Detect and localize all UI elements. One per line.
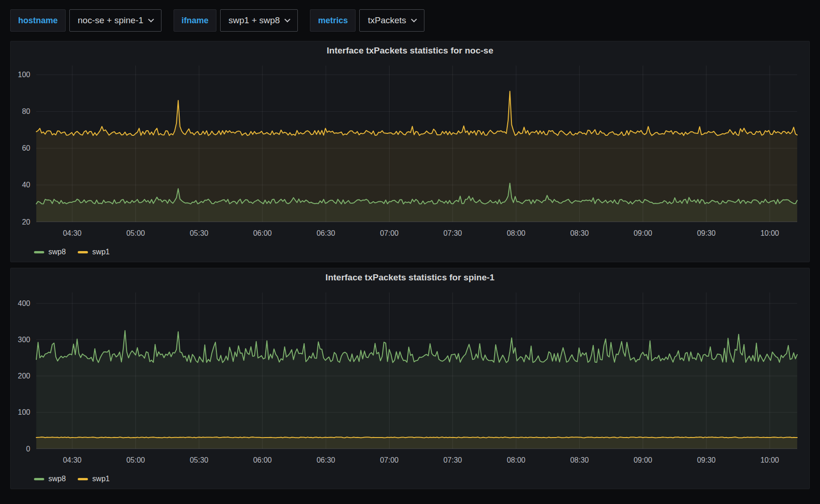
y-axis-tick-label: 300 — [18, 336, 30, 344]
series-line — [36, 91, 797, 135]
grafana-dashboard: hostname noc-se + spine-1 ifname swp1 + … — [0, 0, 820, 504]
legend-label: swp8 — [48, 248, 66, 256]
series-line — [36, 437, 797, 438]
hostname-variable-dropdown[interactable]: noc-se + spine-1 — [69, 9, 161, 32]
timeseries-chart-noc-se[interactable]: 2040608010004:3005:0005:3006:0006:3007:0… — [11, 60, 809, 247]
x-axis-tick-label: 10:00 — [760, 229, 779, 237]
y-axis-tick-label: 60 — [22, 144, 30, 152]
x-axis-tick-label: 08:30 — [570, 229, 589, 237]
series-color-swatch — [78, 478, 88, 480]
x-axis-tick-label: 07:00 — [380, 229, 398, 237]
variable-bar: hostname noc-se + spine-1 ifname swp1 + … — [10, 9, 810, 32]
x-axis-tick-label: 05:30 — [190, 229, 208, 237]
x-axis-tick-label: 08:30 — [570, 456, 589, 464]
ifname-variable-value: swp1 + swp8 — [229, 15, 280, 26]
variable-ifname: ifname swp1 + swp8 — [174, 9, 298, 32]
hostname-variable-value: noc-se + spine-1 — [78, 15, 143, 26]
y-axis-tick-label: 100 — [18, 408, 30, 416]
ifname-variable-label: ifname — [174, 9, 216, 32]
y-axis-tick-label: 100 — [18, 71, 30, 79]
x-axis-tick-label: 07:30 — [444, 456, 462, 464]
y-axis-tick-label: 0 — [26, 445, 30, 453]
x-axis-tick-label: 09:30 — [697, 229, 716, 237]
y-axis-tick-label: 80 — [22, 107, 30, 115]
timeseries-chart-spine-1[interactable]: 010020030040004:3005:0005:3006:0006:3007… — [11, 287, 809, 474]
panel-header: Interface txPackets statistics for noc-s… — [11, 41, 809, 60]
x-axis-tick-label: 04:30 — [63, 456, 81, 464]
x-axis-tick-label: 09:30 — [697, 456, 716, 464]
x-axis-tick-label: 06:00 — [253, 456, 272, 464]
x-axis-tick-label: 06:30 — [316, 229, 335, 237]
y-axis-tick-label: 40 — [22, 181, 30, 189]
variable-metrics: metrics txPackets — [310, 9, 424, 32]
metrics-variable-label: metrics — [310, 9, 356, 32]
x-axis-tick-label: 06:00 — [253, 229, 272, 237]
legend: swp8 swp1 — [11, 247, 809, 262]
x-axis-tick-label: 05:00 — [126, 456, 145, 464]
panel-title[interactable]: Interface txPackets statistics for noc-s… — [327, 46, 493, 56]
panel-title[interactable]: Interface txPackets statistics for spine… — [325, 272, 494, 283]
legend-item-swp8[interactable]: swp8 — [34, 248, 66, 256]
series-color-swatch — [78, 251, 88, 253]
x-axis-tick-label: 10:00 — [760, 456, 779, 464]
panel-header: Interface txPackets statistics for spine… — [11, 268, 809, 287]
x-axis-tick-label: 08:00 — [507, 229, 525, 237]
legend-label: swp8 — [48, 475, 66, 483]
legend-item-swp1[interactable]: swp1 — [78, 475, 109, 483]
x-axis-tick-label: 05:00 — [126, 229, 145, 237]
x-axis-tick-label: 08:00 — [507, 456, 525, 464]
chevron-down-icon — [148, 16, 154, 22]
x-axis-tick-label: 06:30 — [316, 456, 335, 464]
legend-item-swp8[interactable]: swp8 — [34, 475, 66, 483]
legend: swp8 swp1 — [11, 474, 809, 489]
series-color-swatch — [34, 478, 44, 480]
chevron-down-icon — [285, 16, 291, 22]
y-axis-tick-label: 200 — [18, 372, 30, 380]
metrics-variable-dropdown[interactable]: txPackets — [359, 9, 424, 32]
legend-item-swp1[interactable]: swp1 — [78, 248, 109, 256]
series-color-swatch — [34, 251, 44, 253]
legend-label: swp1 — [92, 248, 109, 256]
panel-noc-se: Interface txPackets statistics for noc-s… — [10, 41, 810, 262]
legend-label: swp1 — [92, 475, 109, 483]
chevron-down-icon — [411, 16, 417, 22]
x-axis-tick-label: 04:30 — [63, 229, 81, 237]
x-axis-tick-label: 07:30 — [444, 229, 462, 237]
y-axis-tick-label: 400 — [18, 299, 30, 307]
x-axis-tick-label: 07:00 — [380, 456, 398, 464]
hostname-variable-label: hostname — [10, 9, 66, 32]
variable-hostname: hostname noc-se + spine-1 — [10, 9, 161, 32]
y-axis-tick-label: 20 — [22, 218, 30, 226]
series-area-fill — [36, 437, 797, 449]
panel-spine-1: Interface txPackets statistics for spine… — [10, 268, 810, 489]
metrics-variable-value: txPackets — [368, 15, 406, 26]
series-line — [36, 331, 797, 363]
x-axis-tick-label: 09:00 — [633, 456, 652, 464]
ifname-variable-dropdown[interactable]: swp1 + swp8 — [220, 9, 298, 32]
x-axis-tick-label: 05:30 — [190, 456, 208, 464]
x-axis-tick-label: 09:00 — [633, 229, 652, 237]
series-area-fill — [36, 331, 797, 449]
